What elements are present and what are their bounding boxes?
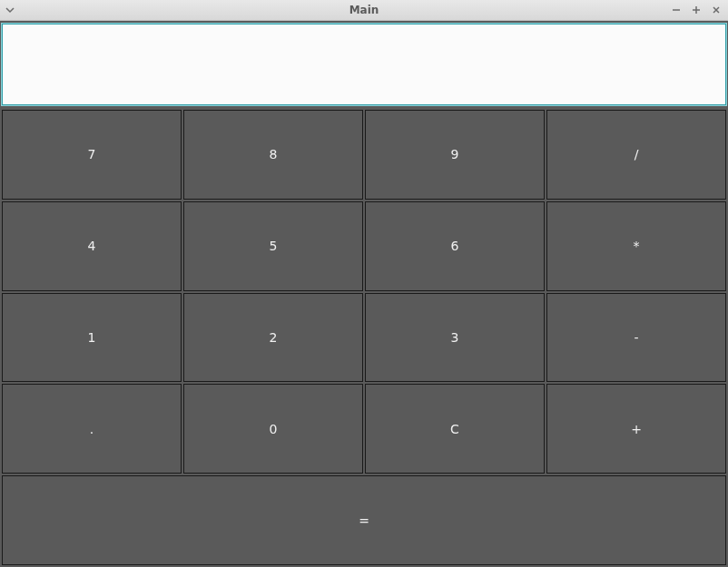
window-titlebar: Main bbox=[0, 0, 728, 21]
calculator-display[interactable] bbox=[2, 24, 726, 105]
key-5[interactable]: 5 bbox=[183, 201, 363, 291]
calculator-app: 7 8 9 / 4 5 6 * 1 2 3 - . 0 C + = bbox=[0, 21, 728, 567]
key-6[interactable]: 6 bbox=[365, 201, 545, 291]
key-2[interactable]: 2 bbox=[183, 293, 363, 383]
key-subtract[interactable]: - bbox=[546, 293, 726, 383]
key-1[interactable]: 1 bbox=[2, 293, 182, 383]
key-4[interactable]: 4 bbox=[2, 201, 182, 291]
key-add[interactable]: + bbox=[546, 384, 726, 474]
key-decimal[interactable]: . bbox=[2, 384, 182, 474]
minimize-button[interactable] bbox=[670, 4, 683, 16]
key-clear[interactable]: C bbox=[365, 384, 545, 474]
maximize-button[interactable] bbox=[690, 4, 703, 16]
calculator-keypad: 7 8 9 / 4 5 6 * 1 2 3 - . 0 C + = bbox=[2, 110, 726, 565]
close-button[interactable] bbox=[710, 4, 723, 16]
key-0[interactable]: 0 bbox=[183, 384, 363, 474]
key-9[interactable]: 9 bbox=[365, 110, 545, 200]
key-3[interactable]: 3 bbox=[365, 293, 545, 383]
key-8[interactable]: 8 bbox=[183, 110, 363, 200]
key-multiply[interactable]: * bbox=[546, 201, 726, 291]
key-divide[interactable]: / bbox=[546, 110, 726, 200]
key-7[interactable]: 7 bbox=[2, 110, 182, 200]
key-equals[interactable]: = bbox=[2, 475, 726, 565]
window-menu-icon[interactable] bbox=[5, 5, 15, 15]
window-title: Main bbox=[0, 4, 728, 16]
